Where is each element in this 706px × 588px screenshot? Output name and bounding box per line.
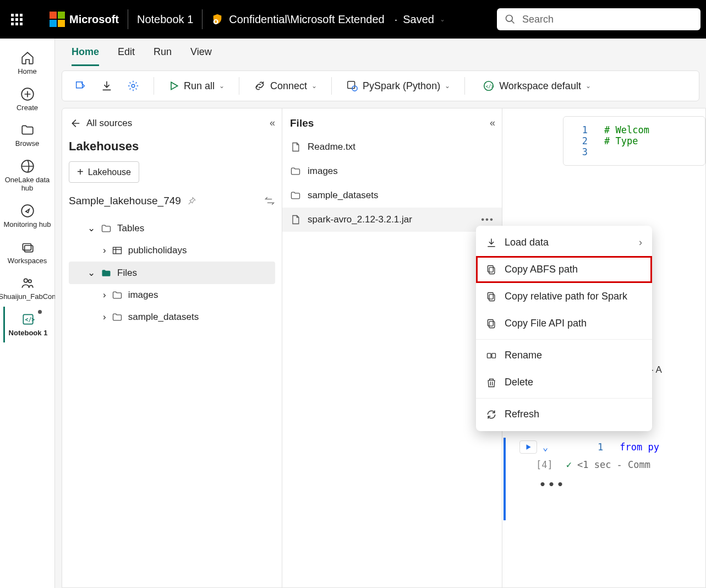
rail-onelake[interactable]: OneLake data hub bbox=[3, 154, 52, 198]
rail-label: OneLake data hub bbox=[3, 176, 52, 193]
file-name: spark-avro_2.12-3.2.1.jar bbox=[308, 214, 412, 225]
env-selector[interactable]: </> Workspace default ⌄ bbox=[479, 78, 594, 94]
lakehouse-name-row[interactable]: Sample_lakehouse_749 bbox=[69, 195, 275, 207]
chevron-down-icon: ⌄ bbox=[219, 82, 225, 90]
svg-rect-22 bbox=[489, 321, 495, 328]
rail-label: Browse bbox=[15, 139, 39, 148]
ctx-copy-fileapi[interactable]: Copy File API path bbox=[476, 310, 652, 337]
language-selector[interactable]: PySpark (Python) ⌄ bbox=[343, 78, 453, 94]
collapse-left-icon[interactable]: « bbox=[490, 117, 495, 129]
svg-rect-18 bbox=[489, 267, 495, 274]
connect-icon bbox=[254, 80, 266, 92]
svg-point-9 bbox=[28, 280, 31, 282]
lakehouse-panel: « All sources Lakehouses + Lakehouse Sam… bbox=[62, 108, 282, 587]
swap-icon[interactable] bbox=[264, 195, 275, 206]
lower-code-cell[interactable]: ⌄ 1from py [4] ✓ <1 sec - Comm ••• bbox=[510, 440, 659, 491]
collapse-left-icon[interactable]: « bbox=[270, 117, 275, 129]
run-cell-button[interactable] bbox=[519, 440, 537, 454]
file-row-selected[interactable]: spark-avro_2.12-3.2.1.jar ••• bbox=[282, 208, 502, 232]
file-row[interactable]: sample_datasets bbox=[282, 183, 502, 208]
notebook-title[interactable]: Notebook 1 bbox=[137, 13, 193, 26]
status-text: <1 sec - Comm bbox=[577, 459, 650, 470]
file-row[interactable]: Readme.txt bbox=[282, 135, 502, 159]
pin-icon[interactable] bbox=[187, 196, 196, 206]
svg-rect-17 bbox=[113, 247, 121, 254]
svg-rect-23 bbox=[488, 319, 493, 326]
brand-text: Microsoft bbox=[69, 13, 119, 26]
env-icon: </> bbox=[483, 80, 495, 92]
rail-label: Home bbox=[18, 67, 37, 76]
rail-browse[interactable]: Browse bbox=[3, 117, 52, 154]
svg-rect-21 bbox=[488, 292, 493, 299]
tree-files[interactable]: ⌄ Files bbox=[69, 262, 275, 284]
add-lakehouse-button[interactable]: + Lakehouse bbox=[69, 161, 139, 183]
tree-publicholidays[interactable]: › publicholidays bbox=[69, 239, 275, 262]
table-icon bbox=[112, 245, 123, 256]
chevron-down-icon: ⌄ bbox=[87, 267, 95, 279]
separator bbox=[154, 77, 154, 95]
waffle-button[interactable] bbox=[6, 14, 28, 25]
folder-icon bbox=[20, 123, 35, 137]
ctx-refresh[interactable]: Refresh bbox=[476, 401, 652, 428]
svg-line-2 bbox=[512, 21, 515, 24]
ctx-label: Copy File API path bbox=[505, 318, 587, 329]
rail-label: Workspaces bbox=[8, 257, 47, 265]
chevron-right-icon: › bbox=[639, 237, 642, 248]
download-button[interactable] bbox=[97, 78, 116, 94]
file-row[interactable]: images bbox=[282, 159, 502, 183]
tree-tables[interactable]: ⌄ Tables bbox=[69, 217, 275, 239]
settings-button[interactable] bbox=[124, 78, 143, 94]
connect-button[interactable]: Connect ⌄ bbox=[250, 78, 320, 94]
more-menu-icon[interactable]: ••• bbox=[481, 214, 494, 225]
rail-workspaces[interactable]: Workspaces bbox=[3, 235, 52, 271]
edit-mode-button[interactable] bbox=[71, 78, 90, 94]
tab-edit[interactable]: Edit bbox=[118, 46, 135, 66]
rail-home[interactable]: Home bbox=[3, 45, 52, 81]
file-icon bbox=[290, 141, 301, 153]
cell-indicator bbox=[503, 438, 506, 520]
tree-label: publicholidays bbox=[128, 245, 187, 256]
ctx-rename[interactable]: Rename bbox=[476, 342, 652, 369]
folder-icon bbox=[112, 290, 123, 301]
ctx-load-data[interactable]: Load data › bbox=[476, 229, 652, 256]
ctx-label: Load data bbox=[505, 237, 549, 248]
rail-user-workspace[interactable]: Shuaijun_FabCon bbox=[3, 270, 52, 307]
tree-images[interactable]: › images bbox=[69, 284, 275, 306]
saved-status[interactable]: · Saved ⌄ bbox=[395, 13, 445, 26]
tab-home[interactable]: Home bbox=[72, 46, 99, 66]
rail-monitoring[interactable]: Monitoring hub bbox=[3, 198, 52, 235]
plus-circle-icon bbox=[20, 87, 35, 101]
separator bbox=[331, 77, 332, 95]
microsoft-squares-icon bbox=[50, 12, 65, 27]
svg-rect-7 bbox=[24, 245, 32, 252]
chevron-right-icon: › bbox=[103, 245, 106, 256]
ctx-copy-relative[interactable]: Copy relative path for Spark bbox=[476, 283, 652, 310]
code-cell[interactable]: 1# Welcom 2# Type 3 bbox=[563, 116, 705, 166]
separator bbox=[239, 77, 239, 95]
rail-label: Create bbox=[17, 104, 38, 112]
rail-notebook-active[interactable]: </> Notebook 1 bbox=[3, 307, 52, 343]
ctx-delete[interactable]: Delete bbox=[476, 369, 652, 396]
run-all-button[interactable]: Run all ⌄ bbox=[165, 78, 228, 94]
run-all-label: Run all bbox=[184, 80, 215, 92]
tab-view[interactable]: View bbox=[190, 46, 212, 66]
line-number: 3 bbox=[571, 146, 588, 157]
svg-text:</>: </> bbox=[486, 84, 494, 89]
tab-run[interactable]: Run bbox=[154, 46, 172, 66]
separator bbox=[476, 339, 652, 340]
ctx-copy-abfs[interactable]: Copy ABFS path bbox=[476, 256, 652, 283]
context-menu: Load data › Copy ABFS path Copy relative… bbox=[476, 226, 652, 431]
download-icon bbox=[101, 80, 113, 92]
back-all-sources[interactable]: All sources bbox=[69, 117, 275, 129]
file-icon bbox=[290, 214, 301, 225]
tree-sample-datasets[interactable]: › sample_datasets bbox=[69, 306, 275, 328]
search-placeholder: Search bbox=[522, 14, 554, 25]
chevron-down-icon: ⌄ bbox=[585, 82, 591, 90]
microsoft-logo[interactable]: Microsoft bbox=[50, 12, 119, 27]
chevron-down-icon[interactable]: ⌄ bbox=[543, 442, 548, 453]
rail-label: Shuaijun_FabCon bbox=[0, 292, 56, 301]
cell-more-icon[interactable]: ••• bbox=[539, 478, 659, 491]
search-input[interactable]: Search bbox=[497, 8, 700, 30]
confidentiality-label[interactable]: Confidential\Microsoft Extended bbox=[229, 13, 384, 26]
rail-create[interactable]: Create bbox=[3, 81, 52, 118]
